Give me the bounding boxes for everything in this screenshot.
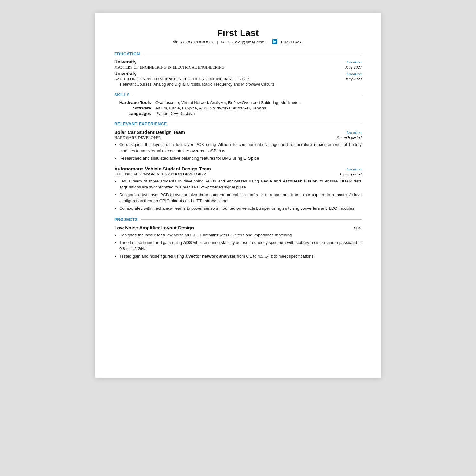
- experience-section-title: RELEVANT EXPERIENCE: [114, 122, 167, 126]
- exp-org-1: Solar Car Student Design Team: [114, 129, 185, 135]
- edu-entry-2: University Location Bachelor of Applied …: [114, 71, 362, 87]
- projects-section-header: PROJECTS: [114, 217, 362, 222]
- education-section-title: EDUCATION: [114, 51, 140, 56]
- skills-section-header: SKILLS: [114, 92, 362, 97]
- skill-value-hardware: Oscilloscope, Virtual Network Analyzer, …: [155, 100, 362, 105]
- proj-date-1: Date: [354, 226, 362, 231]
- exp-bullets-2: Led a team of three students in developi…: [114, 178, 362, 212]
- exp-bullet-2-1: Led a team of three students in developi…: [119, 178, 362, 190]
- skill-label-software: Software: [114, 106, 155, 110]
- proj-bullet-1-1: Designed the layout for a low noise MOSF…: [119, 232, 362, 238]
- exp-title-row-2: Autonomous Vehicle Student Design Team L…: [114, 166, 362, 172]
- exp-bullet-1-1: Co-designed the layout of a four-layer P…: [119, 142, 362, 154]
- exp-entry-1: Solar Car Student Design Team Location H…: [114, 129, 362, 162]
- resume-header: First Last ☎ (XXX) XXX-XXXX | ✉ SSSSS@gm…: [114, 28, 362, 44]
- edu-courses-2: Relevant Courses: Analog and Digital Cir…: [114, 82, 362, 87]
- skill-label-languages: Languages: [114, 111, 155, 116]
- proj-title-row-1: Low Noise Amplifier Layout Design Date: [114, 225, 362, 231]
- education-section-header: EDUCATION: [114, 51, 362, 56]
- edu-entry-1: University Location Masters of Engineeri…: [114, 59, 362, 70]
- education-section-line: [143, 54, 362, 54]
- exp-role-2: Electrical Sensor Integration Developer: [114, 172, 206, 177]
- linkedin-username: FIRSTLAST: [281, 40, 303, 44]
- edu-date-2: May 2020: [345, 76, 362, 82]
- contact-info: ☎ (XXX) XXX-XXXX | ✉ SSSSS@gmail.com | i…: [114, 39, 362, 44]
- exp-period-2: 1 year period: [340, 172, 362, 177]
- edu-row-1: University Location: [114, 59, 362, 65]
- edu-degree-row-2: Bachelor of Applied Science in Electrica…: [114, 76, 362, 82]
- separator-2: |: [268, 40, 269, 44]
- skills-section: SKILLS Hardware Tools Oscilloscope, Virt…: [114, 92, 362, 116]
- separator-1: |: [217, 40, 218, 44]
- edu-location-1: Location: [347, 60, 362, 65]
- projects-section-line: [141, 219, 362, 220]
- linkedin-icon: in: [272, 39, 277, 44]
- exp-bullet-2-2: Designed a two-layer PCB to synchronize …: [119, 192, 362, 204]
- edu-degree-1: Masters of Engineering in Electrical Eng…: [114, 65, 225, 70]
- skill-value-languages: Python, C++, C, Java: [155, 111, 362, 116]
- exp-role-row-2: Electrical Sensor Integration Developer …: [114, 172, 362, 177]
- phone-number: (XXX) XXX-XXXX: [181, 40, 214, 44]
- exp-location-2: Location: [347, 167, 362, 172]
- education-section: EDUCATION University Location Masters of…: [114, 51, 362, 87]
- exp-bullet-2-3: Collaborated with mechanical teams to po…: [119, 205, 362, 212]
- edu-row-2: University Location: [114, 71, 362, 76]
- projects-section: PROJECTS Low Noise Amplifier Layout Desi…: [114, 217, 362, 259]
- edu-degree-row-1: Masters of Engineering in Electrical Eng…: [114, 65, 362, 70]
- skills-row-languages: Languages Python, C++, C, Java: [114, 111, 362, 116]
- experience-section: RELEVANT EXPERIENCE Solar Car Student De…: [114, 122, 362, 211]
- exp-bullet-1-2: Researched and simulated active balancin…: [119, 155, 362, 162]
- projects-section-title: PROJECTS: [114, 217, 138, 222]
- proj-name-1: Low Noise Amplifier Layout Design: [114, 225, 194, 230]
- edu-degree-2: Bachelor of Applied Science in Electrica…: [114, 77, 250, 82]
- skill-label-hardware: Hardware Tools: [114, 100, 155, 105]
- exp-entry-2: Autonomous Vehicle Student Design Team L…: [114, 166, 362, 212]
- exp-title-row-1: Solar Car Student Design Team Location: [114, 129, 362, 135]
- phone-icon: ☎: [173, 40, 178, 44]
- skills-section-title: SKILLS: [114, 92, 130, 97]
- edu-location-2: Location: [347, 71, 362, 76]
- exp-org-2: Autonomous Vehicle Student Design Team: [114, 166, 211, 171]
- edu-institution-1: University: [114, 59, 136, 64]
- skills-section-line: [133, 95, 362, 95]
- edu-date-1: May 2023: [345, 65, 362, 70]
- proj-bullets-1: Designed the layout for a low noise MOSF…: [114, 232, 362, 259]
- exp-role-1: Hardware Developer: [114, 136, 161, 140]
- proj-bullet-1-2: Tuned noise figure and gain using ADS wh…: [119, 240, 362, 252]
- exp-bullets-1: Co-designed the layout of a four-layer P…: [114, 142, 362, 162]
- skills-row-hardware: Hardware Tools Oscilloscope, Virtual Net…: [114, 100, 362, 105]
- email-address: SSSSS@gmail.com: [228, 40, 265, 44]
- email-icon: ✉: [221, 40, 225, 44]
- skill-value-software: Altium, Eagle, LTSpice, ADS, SolidWorks,…: [155, 106, 362, 110]
- full-name: First Last: [114, 28, 362, 38]
- resume-page: First Last ☎ (XXX) XXX-XXXX | ✉ SSSSS@gm…: [95, 13, 381, 378]
- exp-role-row-1: Hardware Developer 6 month period: [114, 135, 362, 140]
- skills-table: Hardware Tools Oscilloscope, Virtual Net…: [114, 100, 362, 116]
- exp-location-1: Location: [347, 130, 362, 135]
- proj-entry-1: Low Noise Amplifier Layout Design Date D…: [114, 225, 362, 259]
- experience-section-header: RELEVANT EXPERIENCE: [114, 122, 362, 126]
- proj-bullet-1-3: Tested gain and noise figures using a ve…: [119, 253, 362, 260]
- skills-row-software: Software Altium, Eagle, LTSpice, ADS, So…: [114, 106, 362, 110]
- edu-institution-2: University: [114, 71, 136, 76]
- experience-section-line: [170, 124, 362, 124]
- exp-period-1: 6 month period: [337, 135, 362, 140]
